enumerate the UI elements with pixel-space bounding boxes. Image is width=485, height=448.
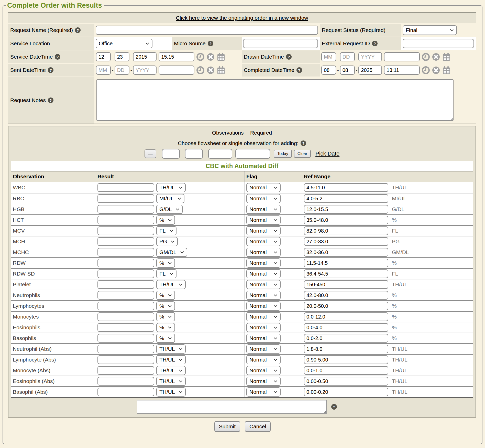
result-input[interactable] [97,237,154,246]
service-time-input[interactable] [159,52,194,61]
result-unit-select[interactable]: % [156,258,175,268]
flag-select[interactable]: Normal [246,366,281,375]
result-input[interactable] [97,334,154,343]
ref-range-input[interactable] [304,323,388,332]
result-unit-select[interactable]: TH/UL [156,366,186,375]
result-unit-select[interactable]: TH/UL [156,183,186,192]
ref-range-input[interactable] [304,248,388,257]
ref-range-input[interactable] [304,355,388,364]
picker-month-input[interactable] [162,149,180,159]
result-unit-select[interactable]: TH/UL [156,377,186,386]
ref-range-input[interactable] [304,312,388,321]
help-icon[interactable]: ? [301,140,306,146]
ref-range-input[interactable] [304,269,388,278]
flag-select[interactable]: Normal [246,344,281,354]
submit-button[interactable]: Submit [214,421,240,432]
clock-icon[interactable] [196,53,205,61]
flag-select[interactable]: Normal [246,323,281,332]
result-input[interactable] [97,366,154,375]
collapse-button[interactable]: — [145,149,156,158]
result-input[interactable] [97,226,154,235]
sent-date-year-input[interactable] [133,65,157,75]
flag-select[interactable]: Normal [246,248,281,257]
result-input[interactable] [97,377,154,386]
drawn-date-month-input[interactable] [321,52,336,61]
result-input[interactable] [97,194,154,203]
calendar-icon[interactable] [442,66,451,74]
result-input[interactable] [97,280,154,289]
help-icon[interactable]: ? [372,41,378,46]
result-input[interactable] [97,269,154,278]
ref-range-input[interactable] [304,291,388,300]
result-unit-select[interactable]: % [156,323,175,332]
flag-select[interactable]: Normal [246,194,281,203]
clear-date-icon[interactable] [206,66,215,74]
sent-time-input[interactable] [159,65,194,75]
flag-select[interactable]: Normal [246,355,281,364]
result-unit-select[interactable]: % [156,215,175,225]
result-unit-select[interactable]: PG [156,237,178,246]
picker-time-input[interactable] [235,149,270,159]
help-icon[interactable]: ? [75,27,81,33]
cancel-button[interactable]: Cancel [245,421,271,432]
ref-range-input[interactable] [304,345,388,353]
result-unit-select[interactable]: FL [156,226,177,235]
ref-range-input[interactable] [304,377,388,386]
clock-icon[interactable] [196,66,205,74]
ref-range-input[interactable] [304,259,388,267]
flag-select[interactable]: Normal [246,258,281,268]
completed-date-month-input[interactable] [321,65,336,75]
flag-select[interactable]: Normal [246,237,281,246]
flag-select[interactable]: Normal [246,205,281,214]
completed-date-day-input[interactable] [340,65,355,75]
picker-year-input[interactable] [208,149,232,159]
clear-date-icon[interactable] [432,66,440,74]
result-input[interactable] [97,312,154,321]
result-unit-select[interactable]: TH/UL [156,355,186,364]
ref-range-input[interactable] [304,237,388,246]
result-input[interactable] [97,248,154,257]
completed-date-year-input[interactable] [358,65,382,75]
result-input[interactable] [97,323,154,332]
result-unit-select[interactable]: MI/UL [156,194,184,203]
help-icon[interactable]: ? [48,97,53,103]
flag-select[interactable]: Normal [246,226,281,235]
result-unit-select[interactable]: % [156,301,175,311]
help-icon[interactable]: ? [208,41,213,46]
ref-range-input[interactable] [304,302,388,310]
ref-range-input[interactable] [304,334,388,343]
service-date-month-input[interactable] [96,52,111,61]
ref-range-input[interactable] [304,216,388,224]
result-input[interactable] [97,183,154,192]
result-input[interactable] [97,291,154,300]
flag-select[interactable]: Normal [246,291,281,300]
clear-date-icon[interactable] [432,53,440,61]
result-unit-select[interactable]: TH/UL [156,344,186,354]
result-unit-select[interactable]: FL [156,269,177,278]
service-date-day-input[interactable] [115,52,129,61]
micro-source-input[interactable] [243,39,318,48]
calendar-icon[interactable] [217,52,225,61]
originating-order-link[interactable]: Click here to view the originating order… [176,15,308,21]
result-unit-select[interactable]: G/DL [156,205,183,214]
clock-icon[interactable] [422,53,430,61]
sent-date-month-input[interactable] [96,65,111,75]
result-input[interactable] [97,216,154,224]
picker-day-input[interactable] [185,149,203,159]
flag-select[interactable]: Normal [246,387,281,397]
result-unit-select[interactable]: % [156,312,175,321]
pick-date-link[interactable]: Pick Date [315,150,339,157]
result-unit-select[interactable]: % [156,334,175,343]
result-input[interactable] [97,355,154,364]
flag-select[interactable]: Normal [246,280,281,289]
help-icon[interactable]: ? [331,404,337,410]
flag-select[interactable]: Normal [246,301,281,311]
flag-select[interactable]: Normal [246,312,281,321]
ref-range-input[interactable] [304,388,388,396]
request-status-select[interactable]: Final [403,25,457,35]
result-input[interactable] [97,205,154,214]
completed-time-input[interactable] [384,65,420,75]
calendar-icon[interactable] [217,66,225,74]
request-name-input[interactable] [96,26,318,35]
ref-range-input[interactable] [304,205,388,214]
